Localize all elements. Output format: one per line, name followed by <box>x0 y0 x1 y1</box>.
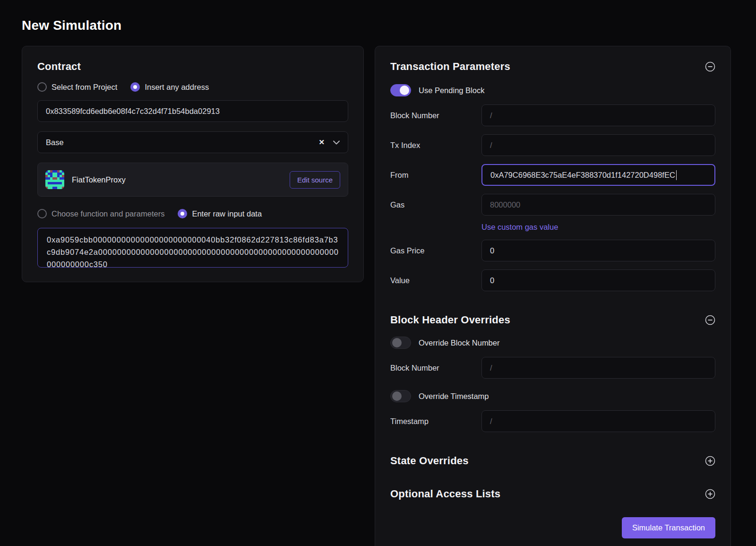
radio-enter-raw-input[interactable]: Enter raw input data <box>178 209 262 218</box>
input-mode-radio-group: Choose function and parameters Enter raw… <box>37 209 348 218</box>
from-input-value: 0xA79C6968E3c75aE4eF388370d1f142720D498f… <box>490 171 675 180</box>
override-timestamp-label: Timestamp <box>390 417 481 426</box>
radio-circle-icon[interactable] <box>178 209 187 218</box>
collapse-section-icon[interactable] <box>705 61 715 72</box>
chevron-down-icon[interactable] <box>329 140 340 145</box>
radio-circle-icon[interactable] <box>130 82 140 92</box>
contract-panel: Contract Select from Project Insert any … <box>22 46 364 282</box>
toggle-off-icon[interactable] <box>390 390 411 402</box>
toggle-label: Use Pending Block <box>419 86 484 95</box>
transaction-parameters-panel: Transaction Parameters Use Pending Block… <box>375 46 731 546</box>
toggle-label: Override Timestamp <box>419 392 489 401</box>
contract-address-input[interactable] <box>37 100 348 122</box>
collapse-section-icon[interactable] <box>705 315 715 325</box>
contract-card: FiatTokenProxy Edit source <box>37 163 348 197</box>
block-header-overrides-heading: Block Header Overrides <box>390 314 510 326</box>
toggle-off-icon[interactable] <box>390 337 411 349</box>
simulate-transaction-button[interactable]: Simulate Transaction <box>622 517 715 538</box>
radio-label: Choose function and parameters <box>52 209 164 218</box>
radio-select-from-project[interactable]: Select from Project <box>37 82 117 92</box>
radio-label: Insert any address <box>145 83 209 92</box>
network-select-value: Base <box>46 138 314 147</box>
override-block-number-toggle-row[interactable]: Override Block Number <box>390 337 715 349</box>
override-block-number-input[interactable] <box>481 357 715 379</box>
expand-section-icon[interactable] <box>705 489 715 499</box>
gas-label: Gas <box>390 200 481 209</box>
contract-heading: Contract <box>37 61 81 73</box>
override-timestamp-toggle-row[interactable]: Override Timestamp <box>390 390 715 402</box>
radio-choose-function[interactable]: Choose function and parameters <box>37 209 164 218</box>
gas-price-input[interactable] <box>481 240 715 261</box>
radio-insert-any-address[interactable]: Insert any address <box>130 82 209 92</box>
tx-index-input[interactable] <box>481 134 715 156</box>
override-block-number-label: Block Number <box>390 364 481 373</box>
transaction-parameters-heading: Transaction Parameters <box>390 61 510 73</box>
edit-source-button[interactable]: Edit source <box>290 171 340 189</box>
value-input[interactable] <box>481 269 715 291</box>
content-columns: Contract Select from Project Insert any … <box>22 46 756 546</box>
use-custom-gas-value-link[interactable]: Use custom gas value <box>481 223 715 232</box>
radio-label: Select from Project <box>52 83 117 92</box>
block-number-label: Block Number <box>390 111 481 120</box>
expand-section-icon[interactable] <box>705 456 715 466</box>
override-timestamp-input[interactable] <box>481 410 715 432</box>
radio-label: Enter raw input data <box>192 209 262 218</box>
use-pending-block-toggle-row[interactable]: Use Pending Block <box>390 84 715 96</box>
gas-price-label: Gas Price <box>390 246 481 255</box>
network-select[interactable]: Base ✕ <box>37 131 348 153</box>
from-label: From <box>390 171 481 180</box>
new-simulation-page: New Simulation Contract Select from Proj… <box>0 0 756 546</box>
text-cursor <box>676 170 677 180</box>
toggle-label: Override Block Number <box>419 338 499 347</box>
contract-avatar <box>45 170 64 189</box>
tx-index-label: Tx Index <box>390 141 481 150</box>
clear-network-icon[interactable]: ✕ <box>314 138 329 147</box>
gas-input[interactable] <box>481 194 715 216</box>
value-label: Value <box>390 276 481 285</box>
block-number-input[interactable] <box>481 104 715 126</box>
radio-circle-icon[interactable] <box>37 209 47 218</box>
state-overrides-heading: State Overrides <box>390 455 469 467</box>
contract-source-radio-group: Select from Project Insert any address <box>37 82 348 92</box>
optional-access-lists-heading: Optional Access Lists <box>390 488 500 500</box>
contract-name: FiatTokenProxy <box>72 175 282 184</box>
page-title: New Simulation <box>22 18 756 33</box>
radio-circle-icon[interactable] <box>37 82 47 92</box>
toggle-on-icon[interactable] <box>390 84 411 96</box>
from-input[interactable]: 0xA79C6968E3c75aE4eF388370d1f142720D498f… <box>481 164 715 186</box>
raw-input-data-textarea[interactable]: 0xa9059cbb00000000000000000000000040bb32… <box>37 228 348 268</box>
